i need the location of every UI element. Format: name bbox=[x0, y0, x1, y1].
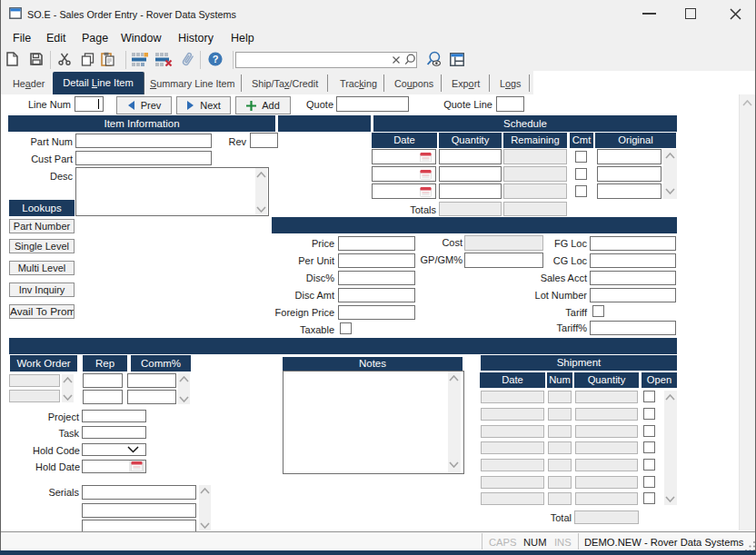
svg-text:?: ? bbox=[213, 54, 219, 64]
